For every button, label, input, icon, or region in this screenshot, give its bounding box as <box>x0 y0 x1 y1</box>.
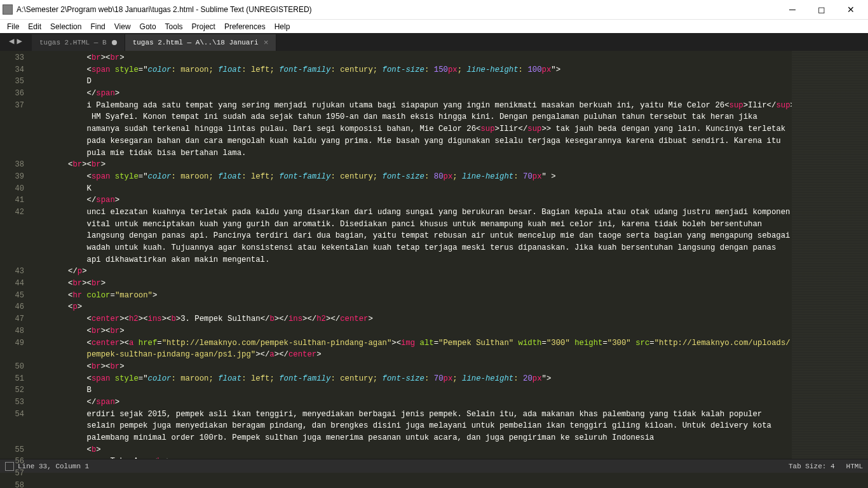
menu-selection[interactable]: Selection <box>46 22 86 31</box>
minimap[interactable] <box>792 51 868 459</box>
nav-forward-icon[interactable]: ▶ <box>17 36 22 46</box>
menu-file[interactable]: File <box>3 22 24 31</box>
menu-help[interactable]: Help <box>270 22 295 31</box>
app-icon <box>3 4 13 15</box>
menu-preferences[interactable]: Preferences <box>220 22 270 31</box>
editor-area: 3334353637383940414243444546474849505152… <box>0 51 868 459</box>
window-titlebar: A:\Semester 2\Program web\18 Januari\tug… <box>0 0 868 19</box>
tab-bar: ◀ ▶ tugas 2.HTML — B tugas 2.html — A\..… <box>0 33 868 51</box>
menu-project[interactable]: Project <box>187 22 220 31</box>
menu-tools[interactable]: Tools <box>161 22 187 31</box>
dirty-indicator-icon <box>112 40 117 45</box>
tab-2-label: tugas 2.html — A\..\18 Januari <box>133 39 259 46</box>
window-title: A:\Semester 2\Program web\18 Januari\tug… <box>17 5 778 14</box>
nav-back-icon[interactable]: ◀ <box>9 36 14 46</box>
line-number-gutter: 3334353637383940414243444546474849505152… <box>0 51 31 459</box>
statusbar: Line 33, Column 1 Tab Size: 4 HTML <box>0 459 868 473</box>
menu-edit[interactable]: Edit <box>24 22 46 31</box>
close-tab-icon[interactable]: × <box>264 38 269 48</box>
code-view[interactable]: <br><br> <span style="color: maroon; flo… <box>31 51 792 459</box>
menu-goto[interactable]: Goto <box>135 22 161 31</box>
menubar: File Edit Selection Find View Goto Tools… <box>0 19 868 33</box>
tab-1[interactable]: tugas 2.HTML — B <box>32 34 125 51</box>
status-tab-size[interactable]: Tab Size: 4 <box>789 463 835 470</box>
menu-view[interactable]: View <box>110 22 135 31</box>
status-syntax[interactable]: HTML <box>846 463 863 470</box>
maximize-button[interactable]: ◻ <box>807 0 836 19</box>
close-button[interactable]: ✕ <box>836 0 865 19</box>
tab-1-label: tugas 2.HTML — B <box>39 39 107 46</box>
menu-find[interactable]: Find <box>86 22 109 31</box>
window-controls: ─ ◻ ✕ <box>778 0 865 19</box>
minimize-button[interactable]: ─ <box>778 0 807 19</box>
tab-2[interactable]: tugas 2.html — A\..\18 Januari × <box>125 34 277 51</box>
